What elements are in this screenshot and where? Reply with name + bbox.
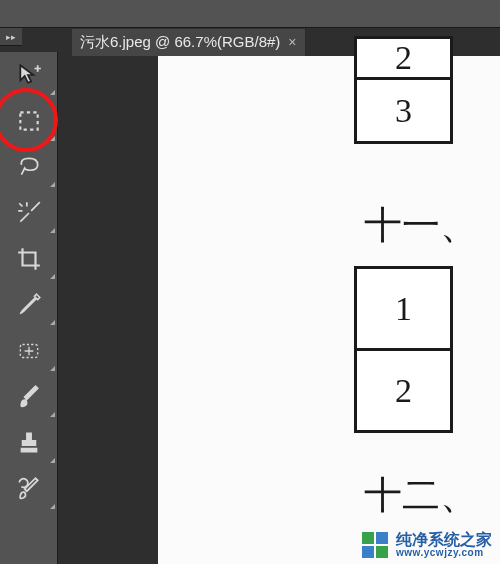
brush-tool[interactable] (0, 374, 58, 420)
crop-tool[interactable] (0, 236, 58, 282)
spot-heal-tool[interactable] (0, 328, 58, 374)
document-canvas[interactable]: 2 3 十一、 1 2 十二、 (158, 56, 500, 564)
document-tab[interactable]: 污水6.jpeg @ 66.7%(RGB/8#) × (72, 29, 306, 56)
document-tab-title: 污水6.jpeg @ 66.7%(RGB/8#) (80, 33, 280, 52)
lasso-tool[interactable] (0, 144, 58, 190)
watermark-text: 纯净系统之家 (396, 532, 492, 548)
svg-rect-0 (20, 112, 37, 129)
eyedropper-tool[interactable] (0, 282, 58, 328)
table-cell: 3 (356, 79, 452, 143)
panel-collapse-icon[interactable]: ▸▸ (0, 28, 22, 46)
section-label: 十一、 (364, 200, 478, 251)
section-label: 十二、 (364, 470, 478, 521)
toolbox (0, 52, 58, 564)
watermark: 纯净系统之家 www.ycwjzy.com (362, 532, 492, 558)
watermark-url: www.ycwjzy.com (396, 548, 492, 558)
watermark-logo-icon (362, 532, 388, 558)
table-cell: 2 (356, 38, 452, 79)
history-brush-tool[interactable] (0, 466, 58, 512)
table-cell: 2 (356, 350, 452, 432)
move-tool[interactable] (0, 52, 58, 98)
canvas-pasteboard (58, 56, 158, 564)
options-bar (0, 0, 500, 28)
table-cell: 1 (356, 268, 452, 350)
document-tab-bar: 污水6.jpeg @ 66.7%(RGB/8#) × (72, 28, 306, 56)
marquee-tool[interactable] (0, 98, 58, 144)
magic-wand-tool[interactable] (0, 190, 58, 236)
stamp-tool[interactable] (0, 420, 58, 466)
close-icon[interactable]: × (288, 34, 296, 50)
